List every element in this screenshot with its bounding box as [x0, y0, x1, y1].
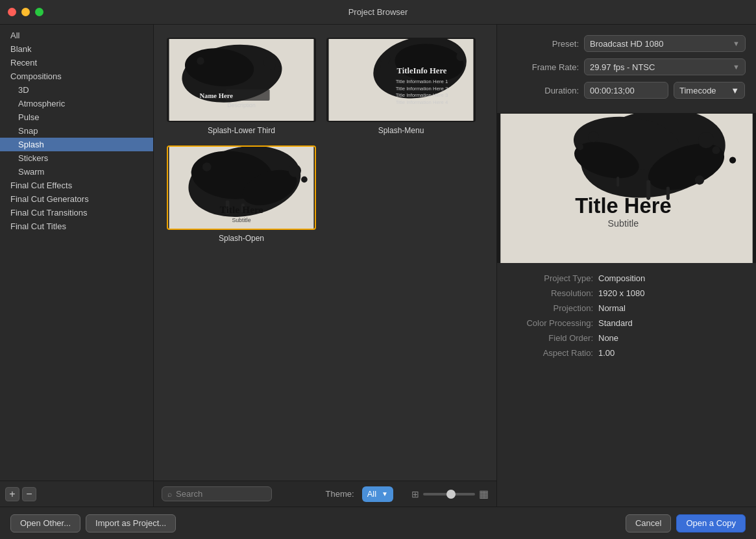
- browser-bottom: ⌕ Theme: All ▼ ⊞ ▦: [154, 481, 496, 507]
- field-order-value: None: [598, 333, 618, 343]
- sidebar-bottom: + −: [0, 481, 153, 507]
- color-processing-label: Color Processing:: [507, 318, 598, 328]
- timecode-chevron-icon: ▼: [731, 86, 739, 95]
- size-slider[interactable]: [423, 493, 475, 495]
- duration-value: 00:00:13;00: [590, 86, 635, 95]
- browser-area: Name Here Description Splash-Lower Third…: [154, 25, 496, 507]
- sidebar-item-atmospheric[interactable]: Atmospheric: [0, 97, 153, 110]
- svg-point-25: [301, 177, 308, 183]
- chevron-down-icon: ▼: [382, 490, 388, 497]
- sidebar-item-pulse[interactable]: Pulse: [0, 110, 153, 124]
- framerate-select[interactable]: 29.97 fps - NTSC ▼: [584, 58, 746, 75]
- thumb-label-splash-menu: Splash-Menu: [378, 126, 424, 135]
- sidebar-item-splash[interactable]: Splash: [0, 138, 153, 151]
- info-project-type: Project Type: Composition: [507, 273, 746, 283]
- duration-label: Duration:: [507, 86, 579, 95]
- theme-label: Theme:: [326, 489, 354, 499]
- slider-thumb: [446, 490, 456, 499]
- framerate-row: Frame Rate: 29.97 fps - NTSC ▼: [507, 58, 746, 75]
- svg-rect-44: [616, 177, 619, 186]
- field-order-label: Field Order:: [507, 333, 598, 343]
- remove-button[interactable]: −: [22, 487, 36, 501]
- thumb-item-splash-menu[interactable]: TitleInfo Here Title Information Here 1 …: [326, 38, 476, 135]
- svg-point-5: [197, 57, 204, 65]
- framerate-label: Frame Rate:: [507, 62, 579, 72]
- aspect-ratio-value: 1.00: [598, 348, 615, 358]
- window-controls: [8, 8, 43, 16]
- sidebar-item-blank[interactable]: Blank: [0, 42, 153, 56]
- svg-point-4: [274, 66, 280, 73]
- bottom-left-buttons: Open Other... Import as Project...: [10, 514, 176, 533]
- info-panel: Project Type: Composition Resolution: 19…: [497, 263, 756, 507]
- preview-image: Title Here Subtitle: [497, 114, 756, 263]
- preset-row: Preset: Broadcast HD 1080 ▼: [507, 35, 746, 52]
- svg-point-40: [695, 175, 704, 184]
- sidebar-item-stickers[interactable]: Stickers: [0, 151, 153, 165]
- svg-point-13: [374, 64, 381, 71]
- settings-top: Preset: Broadcast HD 1080 ▼ Frame Rate: …: [497, 25, 756, 114]
- svg-point-41: [729, 157, 736, 163]
- project-type-value: Composition: [598, 273, 645, 283]
- thumb-label-splash-lower-third: Splash-Lower Third: [208, 126, 275, 135]
- titlebar: Project Browser: [0, 0, 756, 25]
- cancel-button[interactable]: Cancel: [626, 514, 671, 533]
- info-projection: Projection: Normal: [507, 303, 746, 313]
- thumb-image-splash-open: Title Here Subtitle: [167, 145, 316, 230]
- resolution-label: Resolution:: [507, 288, 598, 298]
- sidebar-item-swarm[interactable]: Swarm: [0, 165, 153, 179]
- open-a-copy-button[interactable]: Open a Copy: [676, 514, 746, 533]
- search-input[interactable]: [176, 489, 266, 499]
- bottom-buttons: Open Other... Import as Project... Cance…: [0, 507, 756, 539]
- sidebar: AllBlankRecentCompositions3DAtmosphericP…: [0, 25, 154, 507]
- minimize-button[interactable]: [21, 8, 30, 16]
- svg-text:Title Information Here 2: Title Information Here 2: [396, 86, 448, 92]
- sidebar-item-all[interactable]: All: [0, 29, 153, 42]
- projection-label: Projection:: [507, 303, 598, 313]
- timecode-value: Timecode: [679, 86, 716, 95]
- sidebar-item-finalcuteffects[interactable]: Final Cut Effects: [0, 179, 153, 192]
- thumb-item-splash-lower-third[interactable]: Name Here Description Splash-Lower Third: [167, 38, 316, 135]
- sidebar-item-finalcuttitles[interactable]: Final Cut Titles: [0, 219, 153, 233]
- svg-point-36: [698, 132, 714, 149]
- open-other-button[interactable]: Open Other...: [10, 514, 80, 533]
- svg-text:Title Information Here 3: Title Information Here 3: [396, 92, 448, 98]
- svg-text:Description: Description: [227, 102, 256, 108]
- svg-text:Subtitle: Subtitle: [608, 218, 639, 229]
- svg-point-26: [202, 162, 212, 171]
- framerate-chevron-icon: ▼: [733, 63, 740, 71]
- search-box[interactable]: ⌕: [162, 486, 272, 501]
- thumb-item-splash-open[interactable]: Title Here Subtitle Splash-Open: [167, 145, 316, 243]
- import-as-project-button[interactable]: Import as Project...: [86, 514, 176, 533]
- preset-select[interactable]: Broadcast HD 1080 ▼: [584, 35, 746, 52]
- svg-text:Name Here: Name Here: [199, 92, 233, 99]
- svg-point-38: [588, 132, 598, 142]
- grid-small-icon: ⊞: [411, 489, 419, 499]
- preset-value: Broadcast HD 1080: [590, 39, 663, 49]
- browser-grid: Name Here Description Splash-Lower Third…: [154, 25, 496, 481]
- resolution-value: 1920 x 1080: [598, 288, 645, 298]
- svg-text:Subtitle: Subtitle: [232, 217, 250, 223]
- theme-select[interactable]: All ▼: [362, 486, 393, 502]
- svg-point-24: [289, 164, 301, 177]
- svg-text:Title Here: Title Here: [219, 204, 263, 215]
- color-processing-value: Standard: [598, 318, 633, 328]
- timecode-select[interactable]: Timecode ▼: [674, 82, 745, 99]
- duration-input[interactable]: 00:00:13;00: [584, 82, 668, 99]
- svg-point-14: [456, 52, 465, 61]
- sidebar-item-finalcutgenerators[interactable]: Final Cut Generators: [0, 192, 153, 206]
- sidebar-item-compositions[interactable]: Compositions: [0, 69, 153, 83]
- sidebar-item-recent[interactable]: Recent: [0, 56, 153, 69]
- maximize-button[interactable]: [35, 8, 43, 16]
- sidebar-item-snap[interactable]: Snap: [0, 124, 153, 138]
- sidebar-item-finalcuttransitions[interactable]: Final Cut Transitions: [0, 206, 153, 219]
- svg-text:Title Here: Title Here: [575, 194, 671, 218]
- sidebar-item-3d[interactable]: 3D: [0, 83, 153, 97]
- svg-text:TitleInfo Here: TitleInfo Here: [397, 66, 447, 75]
- projection-value: Normal: [598, 303, 626, 313]
- svg-point-37: [712, 146, 720, 154]
- svg-point-3: [263, 56, 276, 69]
- preset-label: Preset:: [507, 39, 579, 49]
- framerate-value: 29.97 fps - NTSC: [590, 62, 655, 72]
- add-button[interactable]: +: [5, 487, 19, 501]
- close-button[interactable]: [8, 8, 16, 16]
